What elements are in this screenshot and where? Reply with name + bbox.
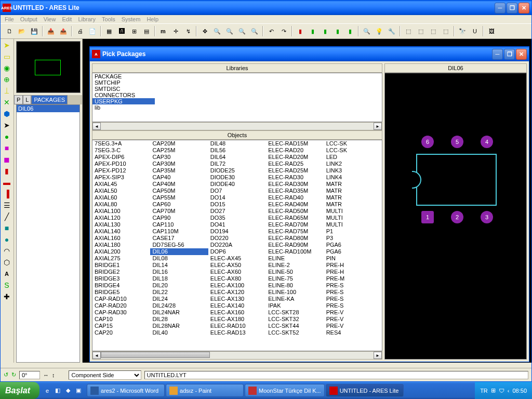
- object-item[interactable]: ELEC-AX80: [208, 275, 266, 282]
- object-item[interactable]: DIL20: [150, 282, 208, 289]
- object-item[interactable]: BRIDGE4: [92, 282, 150, 289]
- pad2-icon[interactable]: ⊕: [2, 74, 12, 85]
- tray-icon[interactable]: 🛡: [499, 388, 504, 394]
- z-icon[interactable]: ↯: [182, 25, 194, 37]
- desktop-icon[interactable]: ◧: [53, 385, 62, 396]
- via-icon[interactable]: ✕: [2, 97, 12, 108]
- object-item[interactable]: DIL48: [208, 140, 266, 147]
- symbol-icon[interactable]: S: [2, 280, 12, 290]
- object-item[interactable]: ELEC-AX180: [208, 316, 266, 323]
- object-item[interactable]: ELEC-RAD25: [266, 161, 324, 167]
- object-item[interactable]: DOP6: [208, 248, 266, 255]
- find-icon[interactable]: 🔍: [361, 25, 373, 37]
- tray-icon[interactable]: ⊞: [491, 387, 496, 394]
- track-icon[interactable]: ⟘: [2, 86, 12, 96]
- object-item[interactable]: ELEC-AX160: [208, 309, 266, 316]
- object-item[interactable]: ELEC-AX45: [208, 255, 266, 262]
- mark-icon[interactable]: 📄: [87, 25, 98, 37]
- overview-preview[interactable]: [16, 41, 81, 93]
- menu-library[interactable]: Library: [78, 16, 96, 22]
- library-item[interactable]: PACKAGE: [92, 73, 382, 79]
- object-item[interactable]: ELINE-50: [266, 269, 324, 275]
- object-item[interactable]: ELEC-RAD30M: [266, 181, 324, 188]
- object-item[interactable]: DIL14: [150, 262, 208, 269]
- object-item[interactable]: LCC-SKT28: [266, 309, 324, 316]
- object-item[interactable]: IPAK: [266, 302, 324, 309]
- block2-icon[interactable]: ▮: [307, 25, 318, 37]
- zone-icon[interactable]: ⬢: [2, 109, 12, 119]
- binoculars-icon[interactable]: 🔭: [457, 25, 468, 37]
- padcircle-icon[interactable]: ●: [2, 131, 12, 142]
- object-item[interactable]: CAP30: [150, 154, 208, 161]
- close-button[interactable]: ✕: [518, 3, 529, 14]
- object-item[interactable]: AXIAL60: [92, 194, 150, 201]
- tool-icon[interactable]: 🔧: [386, 25, 397, 37]
- object-item[interactable]: CAP20: [92, 329, 150, 336]
- libraries-scrollbar[interactable]: ◄ ►: [92, 122, 382, 130]
- circle-icon[interactable]: ●: [2, 234, 12, 245]
- text-icon[interactable]: A: [2, 269, 12, 279]
- ie-icon[interactable]: e: [43, 385, 52, 396]
- object-item[interactable]: ELEC-RAD40M: [266, 201, 324, 208]
- object-item[interactable]: LED: [324, 154, 382, 161]
- scroll-left-icon[interactable]: ◄: [92, 123, 101, 130]
- object-item[interactable]: ELEC-RAD90M: [266, 242, 324, 248]
- object-item[interactable]: DD7SEG-56: [150, 242, 208, 248]
- poly-icon[interactable]: ⬡: [2, 257, 12, 268]
- object-item[interactable]: ELEC-RAD70M: [266, 221, 324, 228]
- object-item[interactable]: DIODE25: [208, 167, 266, 174]
- u1-icon[interactable]: U: [469, 25, 481, 37]
- object-item[interactable]: MATR: [324, 188, 382, 194]
- zoom-area-icon[interactable]: 🔍: [249, 25, 260, 37]
- object-item[interactable]: ELEC-RAD100M: [266, 248, 324, 255]
- dialog-titlebar[interactable]: A Pick Packages ─ ❐ ✕: [90, 47, 529, 61]
- padbar-icon[interactable]: ▮: [2, 166, 12, 176]
- object-item[interactable]: BRIDGE1: [92, 262, 150, 269]
- comp-icon[interactable]: ▭: [2, 51, 12, 62]
- zoom-all-icon[interactable]: 🔍: [236, 25, 248, 37]
- rotation-field[interactable]: 0°: [19, 371, 40, 379]
- tray-expand-icon[interactable]: ‹: [508, 388, 510, 394]
- object-item[interactable]: MATR: [324, 201, 382, 208]
- object-item[interactable]: CAP110: [150, 221, 208, 228]
- route2-icon[interactable]: ⬚: [415, 25, 427, 37]
- block4-icon[interactable]: ▮: [332, 25, 343, 37]
- padshape1-icon[interactable]: ▬: [2, 177, 12, 188]
- object-item[interactable]: DO220A: [208, 242, 266, 248]
- object-item[interactable]: CAP60: [150, 201, 208, 208]
- object-item[interactable]: AXIAL200: [92, 248, 150, 255]
- padrect-icon[interactable]: ■: [2, 143, 12, 153]
- menu-edit[interactable]: Edit: [62, 16, 72, 22]
- object-item[interactable]: DO7: [208, 188, 266, 194]
- object-item[interactable]: PIN: [324, 255, 382, 262]
- object-item[interactable]: PRE-S: [324, 296, 382, 302]
- object-item[interactable]: LCC-SKT52: [266, 329, 324, 336]
- object-item[interactable]: LINK4: [324, 174, 382, 181]
- plus-icon[interactable]: ✚: [2, 291, 12, 302]
- object-item[interactable]: CAP50M: [150, 188, 208, 194]
- object-item[interactable]: LCC-SK: [324, 140, 382, 147]
- new-icon[interactable]: 🗋: [4, 25, 15, 37]
- object-item[interactable]: MULTI: [324, 221, 382, 228]
- tab-p[interactable]: P: [14, 95, 23, 104]
- rotate-ccw-icon[interactable]: ↺: [4, 371, 8, 378]
- dialog-minimize-button[interactable]: ─: [492, 49, 503, 60]
- area-icon[interactable]: ▦: [103, 25, 115, 37]
- layer-select[interactable]: Component Side: [69, 370, 141, 380]
- object-item[interactable]: AXIAL140: [92, 228, 150, 235]
- object-item[interactable]: DO14: [208, 194, 266, 201]
- object-item[interactable]: CAP-RAD20: [92, 302, 150, 309]
- object-item[interactable]: MATR: [324, 181, 382, 188]
- object-item[interactable]: AXIAL130: [92, 221, 150, 228]
- object-item[interactable]: PGA6: [324, 248, 382, 255]
- object-item[interactable]: LCC-SKT44: [266, 323, 324, 329]
- object-item[interactable]: AXIAL100: [92, 208, 150, 215]
- object-item[interactable]: ELEC-RAD13: [208, 329, 266, 336]
- menu-system[interactable]: System: [122, 16, 141, 22]
- scroll-thumb[interactable]: [101, 352, 210, 358]
- flip-h-icon[interactable]: ↔: [43, 372, 49, 378]
- library-item[interactable]: USERPKG: [92, 98, 155, 104]
- object-item[interactable]: CAP-RAD10: [92, 296, 150, 302]
- object-item[interactable]: PRE-V: [324, 316, 382, 323]
- hilite-icon[interactable]: 💡: [374, 25, 385, 37]
